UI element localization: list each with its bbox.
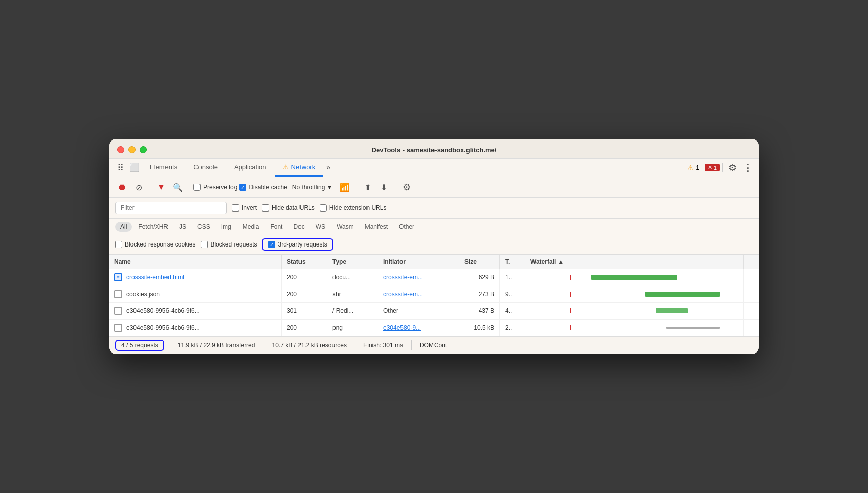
warn-triangle-icon: ⚠ <box>687 164 694 172</box>
col-initiator[interactable]: Initiator <box>378 255 459 269</box>
invert-checkbox[interactable] <box>232 204 239 212</box>
col-size[interactable]: Size <box>459 255 500 269</box>
type-btn-fetch_xhr[interactable]: Fetch/XHR <box>133 222 173 232</box>
initiator-link[interactable]: crosssite-em... <box>383 274 423 281</box>
devtools-icon-bar: ⚠ 1 ✕ 1 ⚙ ⋮ <box>683 161 755 175</box>
wifi-icon[interactable]: 📶 <box>338 180 352 194</box>
table-rows: ≡crosssite-embed.html200docu...crosssite… <box>109 269 759 336</box>
tab-application[interactable]: Application <box>226 159 275 177</box>
minimize-button[interactable] <box>128 146 136 153</box>
cell-time-1: 9.. <box>500 286 525 302</box>
upload-icon[interactable]: ⬆ <box>360 180 375 194</box>
initiator-link[interactable]: e304e580-9... <box>383 324 421 331</box>
col-status[interactable]: Status <box>282 255 327 269</box>
cell-extra-1 <box>744 286 759 302</box>
throttle-dropdown[interactable]: No throttling ▼ <box>289 183 336 192</box>
preserve-log-checkbox[interactable] <box>193 184 201 191</box>
cell-initiator-0[interactable]: crosssite-em... <box>378 269 459 286</box>
resources-text: 10.7 kB / 21.2 kB resources <box>272 342 346 349</box>
table-row[interactable]: cookies.json200xhrcrosssite-em...273 B9.… <box>109 286 759 303</box>
sep4 <box>356 182 356 192</box>
third-party-requests-label[interactable]: ✓ 3rd-party requests <box>268 241 327 248</box>
table-row[interactable]: e304e580-9956-4cb6-9f6...200pnge304e580-… <box>109 320 759 336</box>
disable-cache-checkbox[interactable]: ✓ <box>239 184 246 191</box>
preserve-log-text: Preserve log <box>203 184 237 191</box>
type-btn-manifest[interactable]: Manifest <box>360 222 393 232</box>
blocked-response-cookies-checkbox[interactable] <box>115 241 122 248</box>
tab-more[interactable]: » <box>323 163 333 172</box>
cell-initiator-3[interactable]: e304e580-9... <box>378 320 459 336</box>
filter-icon[interactable]: ▼ <box>154 180 169 194</box>
cell-name-3: e304e580-9956-4cb6-9f6... <box>109 320 282 336</box>
error-badge[interactable]: ✕ 1 <box>705 164 720 171</box>
finish-status: Finish: 301 ms <box>355 340 412 350</box>
blocked-requests-label[interactable]: Blocked requests <box>201 241 257 248</box>
type-btn-doc[interactable]: Doc <box>288 222 309 232</box>
warning-badge[interactable]: ⚠ 1 <box>683 163 704 173</box>
tab-network[interactable]: ⚠ Network <box>275 159 324 177</box>
clear-button[interactable]: ⊘ <box>131 180 146 194</box>
search-icon[interactable]: 🔍 <box>171 180 185 194</box>
hide-extension-urls-checkbox[interactable] <box>320 204 327 212</box>
type-btn-all[interactable]: All <box>115 222 132 232</box>
type-btn-img[interactable]: Img <box>216 222 237 232</box>
more-options-icon[interactable]: ⋮ <box>741 161 755 175</box>
cell-name-0: ≡crosssite-embed.html <box>109 269 282 286</box>
settings-icon[interactable]: ⚙ <box>725 161 740 175</box>
stop-recording-button[interactable]: ⏺ <box>115 180 129 194</box>
type-btn-font[interactable]: Font <box>265 222 287 232</box>
cell-waterfall-3 <box>525 320 744 336</box>
table-row[interactable]: e304e580-9956-4cb6-9f6...301/ Redi...Oth… <box>109 303 759 320</box>
third-party-requests-checkbox[interactable]: ✓ <box>268 241 275 248</box>
type-btn-wasm[interactable]: Wasm <box>331 222 359 232</box>
window-title: DevTools - samesite-sandbox.glitch.me/ <box>372 146 497 154</box>
cell-size-1: 273 B <box>459 286 500 302</box>
table-header: Name Status Type Initiator Size T. Water… <box>109 255 759 269</box>
responsive-icon[interactable]: ⬜ <box>127 161 142 175</box>
table-row[interactable]: ≡crosssite-embed.html200docu...crosssite… <box>109 269 759 286</box>
hide-data-urls-checkbox[interactable] <box>262 204 269 212</box>
cell-size-3: 10.5 kB <box>459 320 500 336</box>
type-btn-ws[interactable]: WS <box>311 222 330 232</box>
cell-initiator-1[interactable]: crosssite-em... <box>378 286 459 302</box>
maximize-button[interactable] <box>140 146 147 153</box>
resources-status: 10.7 kB / 21.2 kB resources <box>263 340 355 350</box>
sep2 <box>150 182 150 192</box>
finish-text: Finish: 301 ms <box>363 342 403 349</box>
close-button[interactable] <box>117 146 124 153</box>
hide-extension-urls-label[interactable]: Hide extension URLs <box>320 204 387 212</box>
col-type[interactable]: Type <box>327 255 378 269</box>
file-icon <box>114 290 122 298</box>
hide-data-urls-label[interactable]: Hide data URLs <box>262 204 315 212</box>
waterfall-label: Waterfall <box>530 258 556 265</box>
col-waterfall[interactable]: Waterfall ▲ <box>525 255 744 269</box>
tab-console[interactable]: Console <box>185 159 226 177</box>
cell-name-1: cookies.json <box>109 286 282 302</box>
download-icon[interactable]: ⬇ <box>377 180 391 194</box>
error-count: 1 <box>714 165 717 171</box>
cell-name-2: e304e580-9956-4cb6-9f6... <box>109 303 282 319</box>
initiator-link[interactable]: crosssite-em... <box>383 291 423 298</box>
col-name[interactable]: Name <box>109 255 282 269</box>
tab-elements[interactable]: Elements <box>142 159 185 177</box>
inspector-icon[interactable]: ⠿ <box>113 161 127 175</box>
type-btn-media[interactable]: Media <box>238 222 264 232</box>
col-time[interactable]: T. <box>500 255 525 269</box>
cell-type-1: xhr <box>327 286 378 302</box>
type-btn-other[interactable]: Other <box>394 222 419 232</box>
sep5 <box>395 182 395 192</box>
blocked-requests-checkbox[interactable] <box>201 241 208 248</box>
waterfall-bar <box>591 275 677 280</box>
filter-input[interactable] <box>115 202 227 214</box>
blocked-response-cookies-label[interactable]: Blocked response cookies <box>115 241 195 248</box>
waterfall-red-line <box>570 292 571 297</box>
invert-label[interactable]: Invert <box>232 204 257 212</box>
invert-text: Invert <box>242 204 257 212</box>
disable-cache-label[interactable]: ✓ Disable cache <box>239 184 287 191</box>
type-btn-css[interactable]: CSS <box>192 222 215 232</box>
network-settings-icon[interactable]: ⚙ <box>399 180 414 194</box>
file-name: cookies.json <box>126 291 160 298</box>
preserve-log-label[interactable]: Preserve log <box>193 184 237 191</box>
type-btn-js[interactable]: JS <box>174 222 191 232</box>
dom-content-text: DOMCont <box>420 342 447 349</box>
